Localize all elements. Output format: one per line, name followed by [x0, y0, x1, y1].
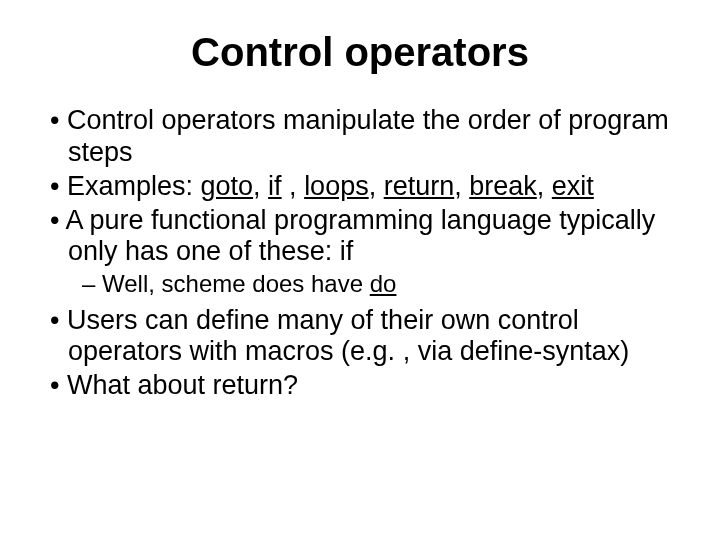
- slide: Control operators Control operators mani…: [0, 0, 720, 540]
- keyword-goto: goto: [201, 171, 254, 201]
- keyword-loops: loops: [304, 171, 369, 201]
- bullet-item: What about return?: [40, 370, 680, 402]
- keyword-do: do: [370, 270, 397, 297]
- bullet-text: Examples:: [67, 171, 201, 201]
- sub-bullet-item: Well, scheme does have do: [40, 270, 680, 298]
- keyword-exit: exit: [552, 171, 594, 201]
- bullet-item: Control operators manipulate the order o…: [40, 105, 680, 169]
- slide-body: Control operators manipulate the order o…: [40, 105, 680, 402]
- bullet-item: Examples: goto, if , loops, return, brea…: [40, 171, 680, 203]
- sub-bullet-text: Well, scheme does have: [102, 270, 370, 297]
- keyword-break: break: [469, 171, 537, 201]
- keyword-return: return: [384, 171, 455, 201]
- bullet-item: Users can define many of their own contr…: [40, 305, 680, 369]
- bullet-item: A pure functional programming language t…: [40, 205, 680, 269]
- slide-title: Control operators: [40, 30, 680, 75]
- keyword-if: if: [268, 171, 282, 201]
